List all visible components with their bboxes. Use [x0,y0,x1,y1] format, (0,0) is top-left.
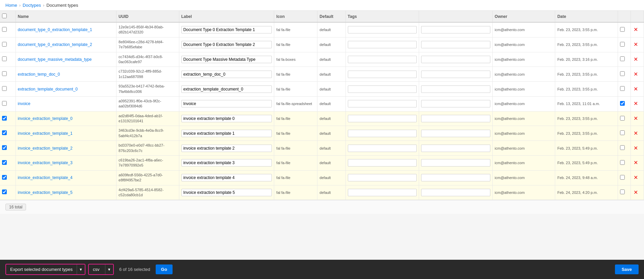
row-default-cell: default [317,52,345,67]
row-checkbox[interactable] [2,175,7,180]
row-label-input[interactable] [181,189,272,196]
row-tags-input[interactable] [348,41,417,48]
row-delete-button[interactable]: ✕ [633,160,639,166]
row-checkbox[interactable] [2,116,7,121]
row-delete-cell: ✕ [631,156,644,171]
row-name-link[interactable]: invoice_extraction_template_5 [18,190,73,195]
row-delete-button[interactable]: ✕ [633,146,639,151]
row-label-input[interactable] [181,100,272,107]
row-favorite-checkbox[interactable] [620,145,625,150]
row-label-input[interactable] [181,145,272,152]
row-favorite-checkbox[interactable] [620,71,625,76]
row-uuid-cell: ad2d84f5-0daa-4ded-ab1f-e13192101641 [117,111,179,126]
row-extra-input[interactable] [421,26,490,33]
row-checkbox-cell [0,22,16,37]
row-tags-input[interactable] [348,71,417,78]
row-tags-input[interactable] [348,130,417,137]
row-extra-input[interactable] [421,145,490,152]
row-name-link[interactable]: document_type_0_extraction_template_1 [18,27,92,32]
row-name-link[interactable]: invoice_extraction_template_2 [18,146,73,151]
breadcrumb-home[interactable]: Home [5,3,17,8]
row-favorite-checkbox[interactable] [620,175,625,180]
row-tags-input[interactable] [348,85,417,93]
row-favorite-checkbox[interactable] [620,160,625,165]
row-tags-input[interactable] [348,189,417,196]
row-favorite-checkbox[interactable] [620,56,625,61]
row-delete-button[interactable]: ✕ [633,42,639,47]
row-name-link[interactable]: document_type_0_extraction_template_2 [18,42,92,47]
row-checkbox[interactable] [2,101,7,106]
row-favorite-checkbox[interactable] [620,101,625,106]
row-tags-input[interactable] [348,174,417,181]
row-label-input[interactable] [181,56,272,63]
row-delete-button[interactable]: ✕ [633,72,639,77]
row-favorite-checkbox[interactable] [620,116,625,121]
breadcrumb-doctypes[interactable]: Doctypes [23,3,41,8]
row-delete-button[interactable]: ✕ [633,27,639,32]
row-default-cell: default [317,82,345,97]
row-favorite-checkbox[interactable] [620,189,625,194]
row-delete-button[interactable]: ✕ [633,101,639,106]
row-favorite-checkbox[interactable] [620,42,625,47]
row-extra-input[interactable] [421,41,490,48]
row-delete-button[interactable]: ✕ [633,131,639,136]
row-extra-input[interactable] [421,56,490,63]
row-label-input[interactable] [181,115,272,122]
row-favorite-checkbox[interactable] [620,27,625,32]
row-label-input[interactable] [181,159,272,167]
row-checkbox[interactable] [2,71,7,76]
row-tags-input[interactable] [348,145,417,152]
row-favorite-checkbox[interactable] [620,130,625,135]
row-label-input[interactable] [181,85,272,93]
row-name-link[interactable]: invoice_extraction_template_3 [18,160,73,165]
row-icon-text: fal fa-file [276,87,290,91]
row-checkbox[interactable] [2,56,7,61]
row-extra-input[interactable] [421,71,490,78]
row-uuid-cell: 4cf429a6-5785-4514-8582-c52cda80cb1d [117,185,179,200]
row-name-link[interactable]: document_type_massive_metadata_type [18,57,92,62]
row-name-link[interactable]: invoice_extraction_template_0 [18,116,73,121]
row-uuid-cell: 8e8046ee-c28d-4278-bfd4-7e7b685efabe [117,37,179,52]
row-icon-text: fal fa-file [276,117,290,121]
row-extra-input[interactable] [421,115,490,122]
row-tags-input[interactable] [348,159,417,167]
row-date: Feb. 23, 2023, 3:55 p.m. [557,28,598,32]
row-tags-input[interactable] [348,26,417,33]
row-label-input[interactable] [181,26,272,33]
row-label-input[interactable] [181,41,272,48]
row-name-link[interactable]: extraction_temp_doc_0 [18,72,60,77]
row-tags-input[interactable] [348,100,417,107]
row-label-input[interactable] [181,130,272,137]
row-name-link[interactable]: invoice_extraction_template_1 [18,131,73,136]
row-name-link[interactable]: invoice [18,101,30,106]
row-label-cell [179,185,274,200]
row-checkbox[interactable] [2,189,7,194]
row-checkbox[interactable] [2,86,7,91]
row-checkbox[interactable] [2,160,7,165]
row-tags-input[interactable] [348,115,417,122]
row-checkbox[interactable] [2,145,7,150]
row-tags-input[interactable] [348,56,417,63]
row-extra-input[interactable] [421,159,490,167]
row-checkbox[interactable] [2,27,7,32]
row-name-link[interactable]: invoice_extraction_template_4 [18,175,73,180]
select-all-checkbox[interactable] [2,14,7,18]
row-checkbox[interactable] [2,130,7,135]
row-delete-button[interactable]: ✕ [633,116,639,121]
row-extra-input[interactable] [421,189,490,196]
row-delete-button[interactable]: ✕ [633,57,639,62]
row-delete-button[interactable]: ✕ [633,175,639,180]
row-label-input[interactable] [181,71,272,78]
row-default-badge: default [319,161,331,165]
row-extra-input[interactable] [421,85,490,93]
row-delete-button[interactable]: ✕ [633,86,639,92]
row-extra-input[interactable] [421,174,490,181]
row-extra-input[interactable] [421,100,490,107]
row-name-link[interactable]: extraction_template_document_0 [18,87,78,92]
row-checkbox[interactable] [2,42,7,47]
row-extra-input[interactable] [421,130,490,137]
row-uuid: 93a5523e-b417-4742-8eba-7fa4bb8cc006 [119,84,165,93]
row-favorite-checkbox[interactable] [620,86,625,91]
row-delete-button[interactable]: ✕ [633,190,639,195]
row-label-input[interactable] [181,174,272,181]
